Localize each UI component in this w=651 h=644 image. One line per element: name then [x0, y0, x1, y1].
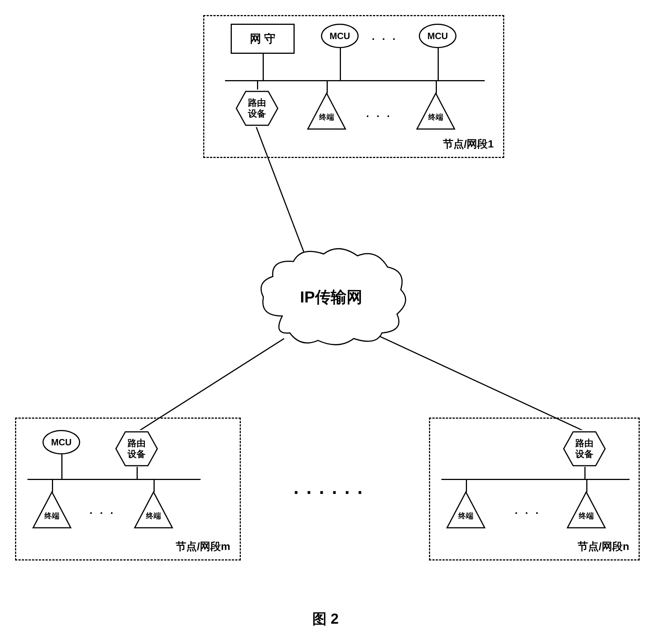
cloud-label: IP传输网 [300, 287, 362, 308]
mcu-1-label: MCU [330, 31, 350, 41]
terminal-1: 终端 [306, 91, 347, 133]
router-1-label: 路由 设备 [248, 97, 266, 119]
dots-mcu: · · · [372, 33, 398, 45]
bus-line-1 [225, 80, 485, 81]
terminal-2-label: 终端 [428, 112, 443, 122]
svg-marker-1 [308, 93, 345, 129]
router-m: 路由 设备 [114, 430, 159, 468]
v-line-router-n [584, 467, 586, 479]
terminal-2: 终端 [415, 91, 456, 133]
node-segment-1: 网 守 MCU · · · MCU 路由 设备 [203, 15, 504, 158]
terminal-n2-label: 终端 [579, 511, 594, 521]
node-1-label: 节点/网段1 [443, 137, 494, 151]
bus-line-n [441, 479, 630, 480]
node-m-label: 节点/网段m [176, 539, 230, 554]
node-n-label: 节点/网段n [578, 539, 629, 554]
router-1: 路由 设备 [234, 90, 280, 127]
terminal-1-label: 终端 [319, 112, 334, 122]
middle-dots: ······ [294, 481, 370, 503]
mcu-1: MCU [321, 24, 359, 48]
svg-marker-10 [447, 492, 485, 528]
v-line-mcu-m [61, 454, 62, 479]
mcu-2: MCU [419, 24, 456, 48]
svg-marker-2 [417, 93, 455, 129]
terminal-m2-label: 终端 [146, 511, 161, 521]
router-m-label: 路由 设备 [128, 438, 146, 460]
bus-line-m [27, 479, 201, 480]
dots-term-m: · · · [90, 507, 116, 519]
terminal-m1-label: 终端 [44, 511, 59, 521]
terminal-n1-label: 终端 [458, 511, 473, 521]
dots-term: · · · [366, 110, 392, 122]
v-line-gk [263, 54, 264, 80]
mcu-m-label: MCU [51, 437, 72, 448]
v-line-router-m [137, 467, 138, 479]
dots-term-n: · · · [515, 507, 541, 519]
node-segment-n: 路由 设备 终端 · · · 终端 节点/网段n [429, 418, 640, 560]
diagram-container: 网 守 MCU · · · MCU 路由 设备 [0, 0, 651, 644]
router-n: 路由 设备 [562, 430, 607, 468]
mcu-2-label: MCU [427, 31, 448, 41]
svg-marker-11 [567, 492, 605, 528]
terminal-m1: 终端 [31, 490, 73, 532]
v-line-router1 [257, 80, 258, 91]
router-n-label: 路由 设备 [575, 438, 593, 460]
gatekeeper-label: 网 守 [250, 31, 275, 47]
ip-cloud: IP传输网 [252, 241, 410, 354]
v-line-mcu2 [438, 48, 439, 80]
node-segment-m: MCU 路由 设备 终端 · · · 终端 [15, 418, 241, 560]
figure-label: 图 2 [312, 609, 339, 629]
terminal-m2: 终端 [133, 490, 174, 532]
v-line-mcu1 [340, 48, 341, 80]
terminal-n2: 终端 [566, 490, 607, 532]
terminal-n1: 终端 [445, 490, 487, 532]
svg-marker-7 [33, 492, 71, 528]
svg-marker-8 [135, 492, 172, 528]
gatekeeper-box: 网 守 [231, 24, 295, 54]
mcu-m: MCU [43, 430, 80, 454]
